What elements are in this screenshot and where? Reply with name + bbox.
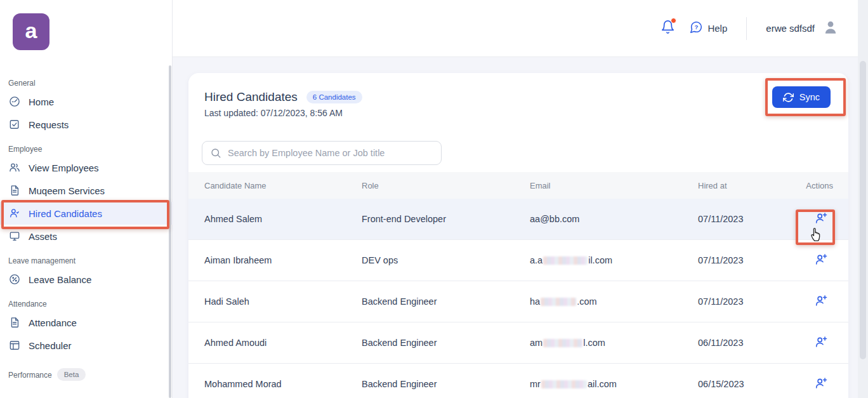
help-button[interactable]: ? Help [689, 20, 727, 36]
person-add-icon[interactable] [814, 376, 828, 390]
gauge-icon [8, 95, 21, 108]
document-icon [8, 316, 21, 329]
sidebar-item-scheduler[interactable]: Scheduler [0, 334, 173, 357]
email-suffix: l.com [583, 338, 605, 348]
email-prefix: am [530, 338, 542, 348]
app-logo[interactable]: a [13, 13, 49, 50]
logo-letter: a [25, 20, 37, 41]
table-row[interactable]: Mohammed Morad Backend Engineer mrail.co… [188, 364, 848, 398]
sidebar-item-view-employees[interactable]: View Employees [0, 156, 173, 179]
table-header: Candidate Name Role Email Hired at Actio… [188, 172, 848, 199]
cell-hired-at: 07/11/2023 [698, 214, 804, 224]
cell-candidate-name: Ahmed Amoudi [204, 338, 362, 348]
page-title: Hired Candidates [204, 90, 298, 104]
help-label: Help [707, 23, 727, 34]
topbar: ? Help erwe sdfsdf [173, 0, 868, 57]
email-prefix: aa@bb.com [530, 214, 579, 224]
table-row[interactable]: Ahmed Salem Front-end Developer aa@bb.co… [188, 199, 848, 240]
sidebar-item-label: Muqeem Services [29, 185, 105, 196]
section-label-general: General [0, 79, 173, 90]
sidebar-scrollbar[interactable] [169, 65, 171, 398]
card-header: Hired Candidates 6 Candidates Sync [204, 86, 831, 109]
email-suffix: il.com [588, 255, 612, 265]
cell-role: Backend Engineer [362, 338, 530, 348]
sidebar-item-label: Attendance [29, 317, 77, 328]
sidebar-item-label: Hired Candidates [29, 208, 102, 219]
person-icon [8, 207, 21, 220]
person-add-icon[interactable] [814, 253, 828, 267]
search-input[interactable] [228, 148, 433, 158]
section-label-employee: Employee [0, 145, 173, 156]
computer-icon [8, 230, 21, 242]
sidebar-item-muqeem-services[interactable]: Muqeem Services [0, 179, 173, 202]
cell-candidate-name: Mohammed Morad [204, 379, 362, 389]
document-icon [8, 184, 21, 197]
page-scrollbar-thumb[interactable] [860, 61, 866, 359]
cell-email: aml.com [530, 338, 698, 348]
topbar-divider [746, 17, 747, 40]
sidebar-item-attendance[interactable]: Attendance [0, 311, 173, 334]
column-header-actions: Actions [804, 181, 833, 190]
redacted-email-blur [543, 339, 582, 347]
user-menu[interactable]: erwe sdfsdf [766, 19, 839, 37]
email-prefix: a.a [530, 255, 542, 265]
table-row[interactable]: Ahmed Amoudi Backend Engineer aml.com 06… [188, 322, 848, 364]
checkbox-icon [8, 118, 21, 131]
cell-email: a.ail.com [530, 255, 698, 265]
notification-dot [671, 18, 676, 23]
sync-button-label: Sync [799, 92, 820, 102]
cell-candidate-name: Ahmed Salem [204, 214, 362, 224]
column-header-email: Email [530, 181, 698, 190]
people-icon [8, 161, 21, 174]
section-label-leave-management: Leave management [0, 256, 173, 268]
beta-badge: Beta [57, 368, 86, 381]
redacted-email-blur [541, 298, 576, 306]
cell-hired-at: 06/15/2023 [698, 379, 804, 389]
sidebar-item-assets[interactable]: Assets [0, 225, 173, 248]
table-row[interactable]: Hadi Saleh Backend Engineer ha.com 07/11… [188, 281, 848, 322]
sidebar-nav: General Home Requests Employee View Empl… [0, 70, 173, 383]
cell-candidate-name: Hadi Saleh [204, 296, 362, 307]
table-row[interactable]: Aiman Ibraheem DEV ops a.ail.com 07/11/2… [188, 240, 848, 281]
cell-email: mrail.com [530, 379, 698, 389]
sidebar-item-leave-balance[interactable]: Leave Balance [0, 268, 173, 291]
email-suffix: ail.com [588, 379, 617, 389]
sidebar-item-label: Requests [29, 119, 69, 130]
cell-role: Backend Engineer [362, 379, 530, 389]
column-header-hired-at: Hired at [698, 181, 804, 190]
svg-text:?: ? [695, 23, 699, 30]
sidebar-item-label: Assets [29, 231, 57, 242]
person-add-icon[interactable] [814, 335, 828, 349]
person-add-icon[interactable] [814, 294, 828, 308]
cell-candidate-name: Aiman Ibraheem [204, 255, 362, 265]
cell-email: ha.com [530, 296, 698, 307]
person-add-icon[interactable] [814, 211, 828, 225]
cell-role: Backend Engineer [362, 296, 530, 307]
sidebar: a General Home Requests Employee View Em… [0, 0, 173, 398]
sidebar-item-home[interactable]: Home [0, 90, 173, 113]
redacted-email-blur [541, 380, 587, 388]
cell-hired-at: 06/11/2023 [698, 338, 804, 348]
sidebar-item-label: Home [29, 96, 54, 107]
cell-hired-at: 07/11/2023 [698, 296, 804, 307]
table-icon [8, 339, 21, 352]
hired-candidates-card: Hired Candidates 6 Candidates Sync Last … [188, 73, 848, 398]
table-body: Ahmed Salem Front-end Developer aa@bb.co… [188, 199, 848, 398]
cell-role: DEV ops [362, 255, 530, 265]
email-prefix: ha [530, 296, 540, 307]
sync-button[interactable]: Sync [772, 86, 831, 108]
email-prefix: mr [530, 379, 541, 389]
column-header-role: Role [362, 181, 530, 190]
notifications-button[interactable] [661, 20, 675, 37]
cell-email: aa@bb.com [530, 214, 698, 224]
sidebar-item-hired-candidates[interactable]: Hired Candidates [0, 202, 173, 225]
sidebar-item-label: View Employees [29, 163, 99, 173]
sidebar-item-label: Scheduler [29, 340, 72, 351]
search-box [202, 141, 442, 165]
candidates-count-badge: 6 Candidates [306, 91, 362, 103]
page-scrollbar-track[interactable] [858, 0, 868, 398]
cell-role: Front-end Developer [362, 214, 530, 224]
username: erwe sdfsdf [766, 23, 815, 34]
sidebar-item-requests[interactable]: Requests [0, 113, 173, 136]
search-icon [210, 147, 221, 159]
